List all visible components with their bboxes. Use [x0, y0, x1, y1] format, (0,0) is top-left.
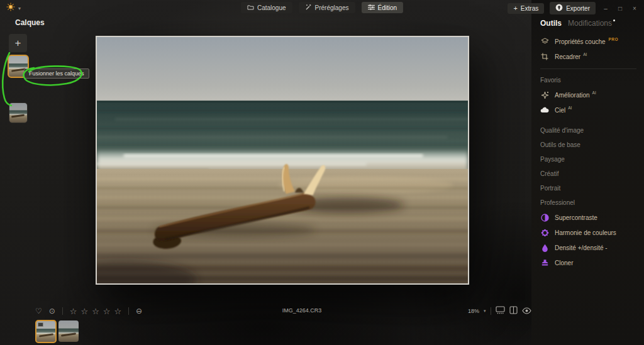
tool-label: Densité +/densité - [555, 244, 608, 251]
tab-catalogue[interactable]: Catalogue [241, 2, 292, 13]
dodge-burn-icon [540, 244, 549, 252]
histogram-icon[interactable] [496, 305, 505, 317]
tab-label: Édition [377, 4, 397, 11]
panel-divider [540, 68, 636, 69]
extras-label: Extras [521, 5, 538, 12]
section-creatif[interactable]: Créatif [531, 167, 644, 181]
plus-icon: + [513, 5, 517, 11]
clone-stamp-icon [540, 259, 549, 267]
tool-item-amelioration[interactable]: Amélioration AI [531, 87, 644, 102]
filmstrip [35, 320, 79, 343]
minimize-button[interactable]: – [601, 5, 610, 12]
tab-label: Catalogue [257, 4, 286, 11]
layers-panel-title: Calques [15, 18, 45, 27]
star-rating: ☆ ☆ ☆ ☆ ☆ [70, 307, 121, 315]
ai-superscript: AI [583, 52, 587, 57]
sliders-icon [367, 4, 374, 11]
tool-label: Cloner [555, 260, 573, 266]
enhance-icon [540, 91, 549, 99]
compare-icon[interactable] [509, 305, 518, 317]
extras-button[interactable]: + Extras [508, 3, 544, 14]
toolbar-divider [491, 307, 491, 315]
reject-icon[interactable]: ⊙ [49, 307, 55, 315]
tab-preregales[interactable]: Préréglages [299, 2, 355, 13]
merge-layers-tooltip: Fusionner les calques [24, 68, 89, 79]
star-icon[interactable]: ☆ [92, 307, 99, 315]
tool-item-recadrer[interactable]: Recadrer AI [531, 49, 644, 64]
ai-superscript: AI [568, 106, 572, 110]
luminar-app-window: ▾ Catalogue Préréglages [0, 0, 644, 345]
wand-icon [305, 4, 312, 11]
eye-icon[interactable] [522, 305, 531, 317]
tool-label: Amélioration [555, 92, 590, 99]
color-harmony-icon [540, 229, 549, 237]
filename-label: IMG_4264.CR3 [282, 307, 322, 314]
section-outils-de-base[interactable]: Outils de base [531, 138, 644, 152]
chevron-down-icon[interactable]: ▾ [18, 6, 21, 11]
filmstrip-thumbnail-selected[interactable] [35, 320, 57, 343]
export-icon [555, 4, 563, 13]
star-icon[interactable]: ☆ [70, 307, 77, 315]
star-icon[interactable]: ☆ [80, 307, 88, 315]
star-icon[interactable]: ☆ [103, 307, 111, 315]
tab-edition[interactable]: Édition [361, 2, 403, 13]
chevron-down-icon[interactable]: ▾ [484, 309, 486, 314]
section-qualite-image[interactable]: Qualité d'image [531, 123, 644, 138]
folder-icon [247, 4, 254, 11]
tool-label: Recadrer [555, 53, 580, 60]
notification-dot [613, 19, 615, 21]
star-icon[interactable]: ☆ [114, 307, 121, 315]
layer-thumbnail[interactable] [9, 102, 28, 123]
close-button[interactable]: × [630, 5, 639, 12]
tool-item-cloner[interactable]: Cloner [531, 255, 644, 270]
pro-badge: PRO [609, 37, 618, 41]
tab-label: Préréglages [315, 4, 349, 11]
bottom-toolbar: ♡ ⊙ ☆ ☆ ☆ ☆ ☆ ⊖ [35, 305, 142, 317]
tool-label: Harmonie de couleurs [555, 229, 616, 236]
app-logo-icon[interactable] [6, 3, 15, 14]
export-button[interactable]: Exporter [550, 2, 596, 14]
add-layer-button[interactable]: + [9, 34, 27, 52]
tools-panel: Outils Modifications Propriétés couche P… [531, 0, 644, 345]
photo-canvas[interactable] [96, 36, 469, 285]
maximize-button[interactable]: □ [616, 5, 625, 12]
no-label-icon[interactable]: ⊖ [136, 307, 142, 315]
ai-superscript: AI [592, 90, 596, 95]
cloud-icon [540, 106, 549, 114]
crop-icon [540, 53, 549, 61]
view-controls: 18% ▾ [468, 305, 531, 317]
contrast-icon [540, 214, 549, 222]
edited-badge-icon [38, 322, 43, 327]
tab-modifications[interactable]: Modifications [568, 19, 612, 28]
tool-item-proprietes-couche[interactable]: Propriétés couche PRO [531, 34, 644, 49]
layer-properties-icon [540, 38, 549, 46]
titlebar: ▾ Catalogue Préréglages [0, 0, 644, 15]
tool-item-supercontraste[interactable]: Supercontraste [531, 210, 644, 225]
favorite-heart-icon[interactable]: ♡ [35, 307, 42, 315]
photo-image [97, 37, 468, 283]
tab-outils[interactable]: Outils [540, 19, 562, 28]
toolbar-divider [128, 307, 129, 315]
tool-label: Propriétés couche [555, 38, 606, 45]
tool-label: Supercontraste [555, 214, 597, 221]
export-label: Exporter [566, 5, 590, 12]
section-favoris[interactable]: Favoris [531, 73, 644, 87]
tool-item-densite[interactable]: Densité +/densité - [531, 240, 644, 255]
tool-item-harmonie-de-couleurs[interactable]: Harmonie de couleurs [531, 225, 644, 240]
section-paysage[interactable]: Paysage [531, 152, 644, 167]
section-portrait[interactable]: Portrait [531, 181, 644, 195]
toolbar-divider [62, 307, 63, 315]
section-professionel[interactable]: Professionel [531, 195, 644, 210]
tool-item-ciel[interactable]: Ciel AI [531, 102, 644, 118]
mode-tabs: Catalogue Préréglages [241, 2, 403, 13]
tool-label: Ciel [555, 107, 565, 114]
filmstrip-thumbnail[interactable] [58, 320, 79, 342]
zoom-level[interactable]: 18% [468, 308, 479, 314]
